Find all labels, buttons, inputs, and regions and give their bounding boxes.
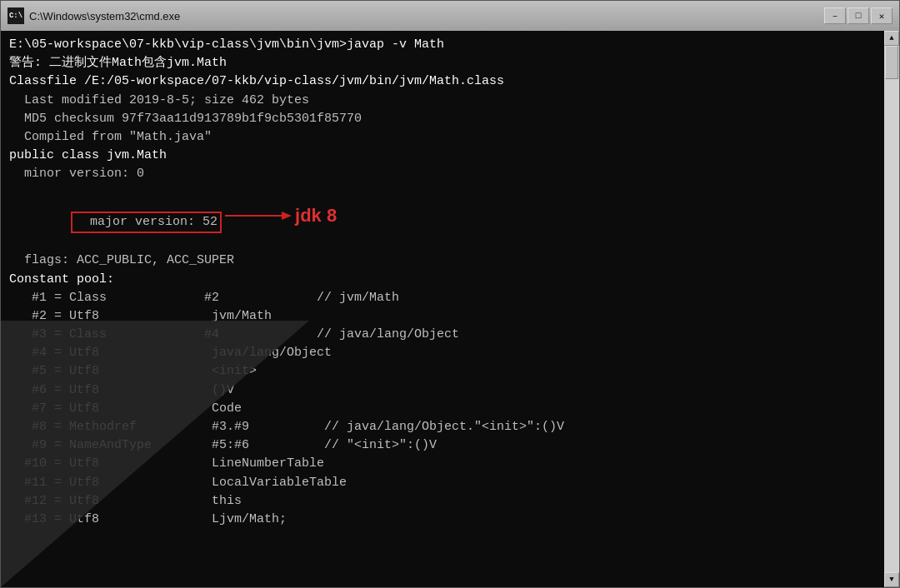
svg-marker-1 [282, 212, 292, 220]
arrow-svg [225, 207, 292, 225]
terminal-line-classfile: Classfile /E:/05-workspace/07-kkb/vip-cl… [9, 72, 876, 91]
cmd-window: C:\ C:\Windows\system32\cmd.exe – □ ✕ E:… [0, 0, 900, 588]
content-area: E:\05-workspace\07-kkb\vip-class\jvm\bin… [1, 31, 899, 587]
terminal-line-cp13: #13 = Utf8 Ljvm/Math; [9, 511, 876, 529]
terminal-line-cp5: #5 = Utf8 <init> [9, 362, 876, 381]
terminal-line-md5: MD5 checksum 97f73aa11d913789b1f9cb5301f… [9, 110, 876, 128]
terminal-line-minor-version: minor version: 0 [9, 165, 876, 183]
cmd-icon-label: C:\ [9, 12, 22, 20]
terminal-line-cp9: #9 = NameAndType #5:#6 // "<init>":()V [9, 436, 876, 455]
major-version-highlight: major version: 52 [71, 212, 222, 233]
window-title: C:\Windows\system32\cmd.exe [29, 10, 180, 22]
window-controls: – □ ✕ [824, 7, 892, 24]
scroll-down-button[interactable]: ▼ [884, 572, 899, 587]
title-bar-left: C:\ C:\Windows\system32\cmd.exe [8, 7, 180, 24]
terminal-line-major-version: major version: 52jdk 8 [9, 184, 876, 252]
scroll-up-button[interactable]: ▲ [884, 31, 899, 46]
scrollbar[interactable]: ▲ ▼ [884, 31, 899, 587]
terminal-line-warning: 警告: 二进制文件Math包含jvm.Math [9, 54, 876, 72]
minimize-button[interactable]: – [824, 7, 846, 24]
terminal-line-last-modified: Last modified 2019-8-5; size 462 bytes [9, 92, 876, 110]
terminal-line-cp3: #3 = Class #4 // java/lang/Object [9, 326, 876, 344]
close-button[interactable]: ✕ [871, 7, 892, 24]
terminal-line-flags: flags: ACC_PUBLIC, ACC_SUPER [9, 252, 876, 270]
terminal-line-cp7: #7 = Utf8 Code [9, 400, 876, 418]
jdk-label: jdk 8 [295, 202, 337, 230]
maximize-button[interactable]: □ [848, 7, 869, 24]
terminal-line-cp2: #2 = Utf8 jvm/Math [9, 307, 876, 326]
terminal-line-cp1: #1 = Class #2 // jvm/Math [9, 289, 876, 307]
terminal-line-cp4: #4 = Utf8 java/lang/Object [9, 344, 876, 362]
cmd-icon: C:\ [8, 7, 24, 24]
terminal-line-cmd-prompt: E:\05-workspace\07-kkb\vip-class\jvm\bin… [9, 36, 876, 54]
terminal-line-cp12: #12 = Utf8 this [9, 492, 876, 511]
terminal-line-cp11: #11 = Utf8 LocalVariableTable [9, 474, 876, 492]
terminal[interactable]: E:\05-workspace\07-kkb\vip-class\jvm\bin… [1, 31, 884, 587]
terminal-line-public-class: public class jvm.Math [9, 147, 876, 165]
scroll-track[interactable] [884, 46, 899, 572]
title-bar: C:\ C:\Windows\system32\cmd.exe – □ ✕ [1, 1, 899, 31]
jdk-annotation: jdk 8 [225, 202, 337, 230]
scroll-thumb[interactable] [885, 46, 898, 79]
terminal-line-cp8: #8 = Methodref #3.#9 // java/lang/Object… [9, 418, 876, 436]
terminal-line-constant-pool: Constant pool: [9, 271, 876, 289]
terminal-line-compiled-from: Compiled from "Math.java" [9, 128, 876, 147]
terminal-line-cp6: #6 = Utf8 ()V [9, 381, 876, 400]
terminal-line-cp10: #10 = Utf8 LineNumberTable [9, 455, 876, 473]
